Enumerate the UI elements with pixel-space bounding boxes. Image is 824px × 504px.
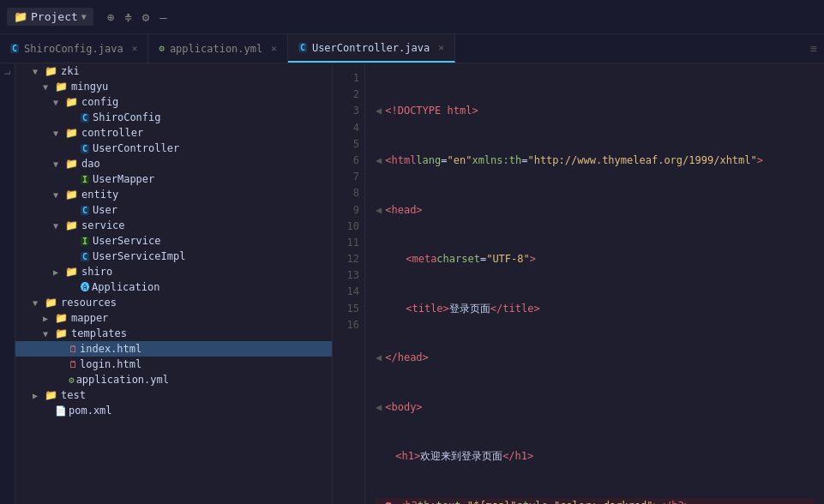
label-shiro: shiro [81,266,112,278]
label-dao: dao [81,158,100,170]
editor-area[interactable]: 1 2 3 4 5 6 7 8 9 10 11 12 13 14 15 16 ◀ [333,63,824,504]
arrow-mapper: ▶ [43,314,53,323]
label-loginhtml: login.html [80,358,141,370]
code-line-1: ◀ <!DOCTYPE html> [376,103,814,119]
label-indexhtml: index.html [80,343,141,355]
project-label[interactable]: 📁 Project ▼ [7,8,93,26]
tree-item-loginhtml[interactable]: 🗒 login.html [15,357,332,372]
folder-icon-mingyu: 📁 [55,81,68,93]
tree-item-mingyu[interactable]: ▼ 📁 mingyu [15,79,332,94]
tree-item-config[interactable]: ▼ 📁 config [15,94,332,110]
arrow-config: ▼ [53,98,63,107]
label-user: User [93,204,117,216]
project-tree[interactable]: ▼ 📁 zki ▼ 📁 mingyu ▼ 📁 config C ShiroCon… [15,63,333,504]
label-mapper: mapper [71,312,108,324]
folder-icon-config: 📁 [65,96,78,108]
label-userserviceimpl: UserServiceImpl [93,250,185,262]
add-icon[interactable]: ⊕ [107,10,114,24]
folder-icon-zki: 📁 [45,65,57,77]
tab-close-shiroconfig[interactable]: ✕ [132,43,138,54]
label-application: Application [92,281,159,293]
arrow-shiro: ▶ [53,267,63,277]
tree-item-usercontroller[interactable]: C UserController [15,141,332,156]
label-usermapper: UserMapper [93,173,154,185]
folder-icon-resources: 📁 [45,297,57,309]
tree-item-test[interactable]: ▶ 📁 test [15,387,332,403]
fold-gutter-9 [376,498,382,504]
tree-item-dao[interactable]: ▼ 📁 dao [15,156,332,171]
tab-applicationyml[interactable]: ⚙ application.yml ✕ [148,34,288,63]
code-line-4: <meta charset="UTF-8"> [376,251,814,267]
code-line-5: <title>登录页面</title> [376,301,814,317]
file-icon-application: 🅐 [81,282,90,293]
fold-gutter-8 [376,448,382,465]
code-editor[interactable]: ◀ <!DOCTYPE html> ◀ <html lang="en" xmln… [365,63,824,504]
tab-shiroconfig[interactable]: C ShiroConfig.java ✕ [0,34,148,63]
title-actions: ⊕ ≑ ⚙ — [107,10,167,24]
label-entity: entity [81,189,118,201]
tree-item-shiro[interactable]: ▶ 📁 shiro [15,264,332,279]
tree-item-mapper[interactable]: ▶ 📁 mapper [15,310,332,326]
folder-icon-templates: 📁 [55,327,68,339]
doctype-tag: <!DOCTYPE html> [385,103,478,119]
code-container: 1 2 3 4 5 6 7 8 9 10 11 12 13 14 15 16 ◀ [333,63,824,504]
tab-close-applicationyml[interactable]: ✕ [271,43,277,54]
label-service: service [81,219,125,231]
file-icon-userserviceimpl: C [81,252,89,261]
file-icon-user: C [81,206,89,215]
arrow-dao: ▼ [53,159,63,169]
label-shiroconfig: ShiroConfig [93,111,160,123]
file-icon-usercontroller: C [81,144,89,153]
label-pomxml: pom.xml [69,405,112,417]
folder-icon-entity: 📁 [65,189,78,201]
tree-item-resources[interactable]: ▼ 📁 resources [15,295,332,310]
file-icon-pomxml: 📄 [55,405,67,417]
tabs-bar: C ShiroConfig.java ✕ ⚙ application.yml ✕… [0,34,824,63]
file-icon-usermapper: I [81,175,89,184]
folder-icon: 📁 [14,10,27,23]
file-icon-shiroconfig: C [81,113,89,123]
tree-item-indexhtml[interactable]: 🗒 index.html [15,341,332,357]
tab-icon-yaml: ⚙ [159,43,165,54]
tree-item-service[interactable]: ▼ 📁 service [15,218,332,233]
tree-item-templates[interactable]: ▼ 📁 templates [15,326,332,341]
tree-item-user[interactable]: C User [15,202,332,218]
folder-icon-test: 📁 [45,389,57,401]
tab-icon-c: C [10,44,19,53]
folder-icon-service: 📁 [65,219,78,231]
code-line-7: ◀ <body> [376,399,814,416]
tab-label-usercontroller: UserController.java [312,42,430,54]
file-icon-indexhtml: 🗒 [69,344,78,355]
file-icon-loginhtml: 🗒 [69,359,78,370]
tree-item-userservice[interactable]: I UserService [15,233,332,249]
code-line-2: ◀ <html lang="en" xmlns:th="http://www.t… [376,153,814,169]
tree-item-application[interactable]: 🅐 Application [15,279,332,295]
arrow-test: ▶ [33,391,43,400]
tab-label-applicationyml: application.yml [170,43,262,55]
folder-icon-mapper: 📁 [55,312,68,324]
settings-icon[interactable]: ⚙ [142,10,149,24]
label-resources: resources [61,297,117,309]
file-icon-userservice: I [81,237,89,246]
tab-extra-icon[interactable]: ≡ [803,34,824,63]
tab-label-shiroconfig: ShiroConfig.java [24,43,123,55]
label-test: test [61,389,86,401]
split-icon[interactable]: ≑ [124,10,131,24]
tab-usercontroller[interactable]: C UserController.java ✕ [288,34,455,63]
label-userservice: UserService [93,235,160,247]
tree-item-controller[interactable]: ▼ 📁 controller [15,125,332,141]
main-layout: L ▼ 📁 zki ▼ 📁 mingyu ▼ 📁 config C ShiroC… [0,63,824,504]
tree-item-userserviceimpl[interactable]: C UserServiceImpl [15,249,332,264]
tree-item-applicationyml[interactable]: ⚙ application.yml [15,372,332,387]
tree-item-zki[interactable]: ▼ 📁 zki [15,63,332,79]
minimize-icon[interactable]: — [159,10,166,24]
left-strip: L [0,63,15,504]
tree-item-entity[interactable]: ▼ 📁 entity [15,187,332,202]
folder-icon-dao: 📁 [65,158,78,170]
tab-close-usercontroller[interactable]: ✕ [438,42,444,53]
tree-item-shiroconfig[interactable]: C ShiroConfig [15,110,332,125]
fold-gutter-2: ◀ [376,153,382,169]
tree-item-pomxml[interactable]: 📄 pom.xml [15,403,332,418]
tree-item-usermapper[interactable]: I UserMapper [15,171,332,187]
code-line-8: <h1>欢迎来到登录页面</h1> [376,448,814,465]
